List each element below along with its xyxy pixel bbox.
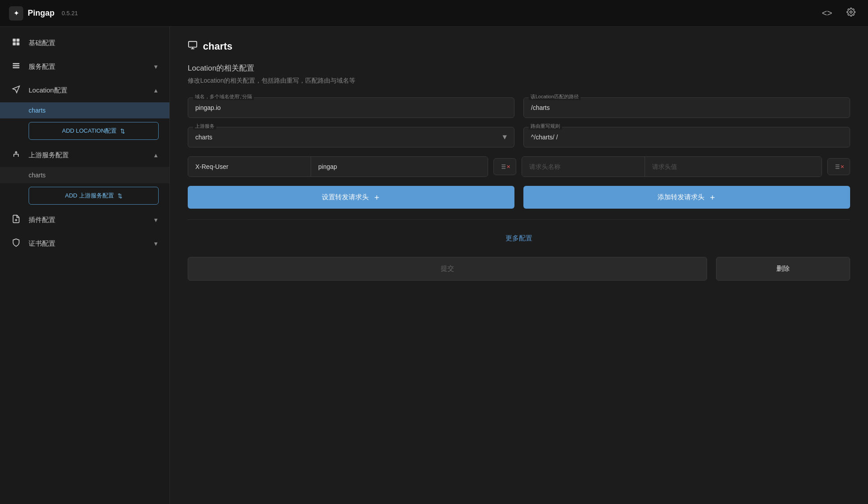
- svg-rect-6: [13, 65, 20, 67]
- content-title: charts: [203, 41, 232, 52]
- svg-rect-3: [13, 42, 16, 46]
- req-header1-value-input[interactable]: [311, 157, 488, 176]
- service-chevron-icon: ▼: [153, 63, 159, 70]
- sidebar-sub-item-charts-location[interactable]: charts: [0, 102, 169, 118]
- header-pair-1: [188, 156, 488, 177]
- more-config-link[interactable]: 更多配置: [188, 231, 850, 246]
- sidebar-item-service[interactable]: 服务配置 ▼: [0, 55, 169, 79]
- bottom-buttons-row: 提交 删除: [188, 257, 850, 281]
- upstream-field-group: 上游服务 charts ▼: [188, 127, 514, 147]
- app-name: Pingap: [28, 8, 55, 18]
- content-area: charts Location的相关配置 修改Location的相关配置，包括路…: [170, 27, 868, 504]
- path-label: 该Location匹配的路径: [529, 93, 581, 100]
- topbar: ✦ Pingap 0.5.21 <>: [0, 0, 868, 27]
- domain-input[interactable]: [188, 97, 514, 118]
- rewrite-field-group: 路由重写规则: [523, 127, 850, 147]
- upstream-select-wrapper: charts ▼: [188, 127, 514, 147]
- sidebar-item-upstream-label: 上游服务配置: [29, 151, 146, 160]
- sidebar-item-cert[interactable]: 证书配置 ▼: [0, 232, 169, 256]
- sidebar-item-cert-label: 证书配置: [29, 239, 146, 248]
- upstream-label: 上游服务: [193, 123, 216, 130]
- sidebar-sub-item-charts-upstream[interactable]: charts: [0, 167, 169, 183]
- svg-point-0: [850, 11, 852, 13]
- location-config-icon: [11, 85, 21, 96]
- svg-rect-14: [189, 42, 197, 47]
- main-layout: 基础配置 服务配置 ▼ Location配置 ▲: [0, 27, 868, 504]
- clear2-x-icon: ✕: [840, 164, 844, 170]
- app-version: 0.5.21: [62, 10, 78, 17]
- delete-button[interactable]: 删除: [716, 257, 850, 281]
- form-row-domain-path: 域名，多个域名使用','分隔 该Location匹配的路径: [188, 97, 850, 118]
- action-buttons-row: 设置转发请求头 添加转发请求头: [188, 186, 850, 209]
- set-header-button[interactable]: 设置转发请求头: [188, 186, 514, 209]
- add-location-icon: ⇅: [120, 128, 125, 134]
- settings-button[interactable]: [843, 6, 859, 21]
- sidebar: 基础配置 服务配置 ▼ Location配置 ▲: [0, 27, 170, 504]
- cert-chevron-icon: ▼: [153, 240, 159, 247]
- section-desc: 修改Location的相关配置，包括路由重写，匹配路由与域名等: [188, 77, 850, 85]
- plugin-config-icon: [11, 214, 21, 226]
- path-field-group: 该Location匹配的路径: [523, 97, 850, 118]
- add-header-button[interactable]: 添加转发请求头: [523, 186, 850, 209]
- add-upstream-button[interactable]: ADD 上游服务配置 ⇅: [29, 187, 159, 205]
- sidebar-item-location-label: Location配置: [29, 86, 146, 95]
- svg-rect-1: [13, 39, 16, 42]
- req-header1-name-input[interactable]: [188, 157, 311, 176]
- upstream-config-icon: [11, 150, 21, 161]
- add-location-button[interactable]: ADD LOCATION配置 ⇅: [29, 122, 159, 140]
- svg-rect-4: [17, 42, 20, 46]
- rewrite-label: 路由重写规则: [529, 123, 562, 130]
- req-header2-name-input[interactable]: [522, 157, 645, 176]
- domain-field-group: 域名，多个域名使用','分隔: [188, 97, 514, 118]
- upstream-chevron-icon: ▲: [153, 152, 159, 159]
- plugin-chevron-icon: ▼: [153, 217, 159, 223]
- content-title-icon: [188, 40, 198, 52]
- domain-label: 域名，多个域名使用','分隔: [193, 93, 254, 100]
- sidebar-item-plugin-label: 插件配置: [29, 216, 146, 224]
- section-label: Location的相关配置: [188, 63, 850, 73]
- upstream-select[interactable]: charts: [188, 127, 514, 147]
- sidebar-item-plugin[interactable]: 插件配置 ▼: [0, 208, 169, 232]
- cert-config-icon: [11, 238, 21, 249]
- clear-header1-button[interactable]: ✕: [493, 158, 516, 175]
- topbar-actions: <>: [818, 6, 859, 21]
- divider: [188, 219, 850, 220]
- form-row-upstream-rewrite: 上游服务 charts ▼ 路由重写规则: [188, 127, 850, 147]
- basic-config-icon: [11, 38, 21, 49]
- clear1-x-icon: ✕: [506, 164, 510, 170]
- app-icon: ✦: [9, 6, 23, 21]
- sidebar-item-basic-label: 基础配置: [29, 39, 159, 47]
- add-upstream-icon: ⇅: [118, 193, 122, 199]
- app-logo: ✦ Pingap 0.5.21: [9, 6, 78, 21]
- service-config-icon: [11, 61, 21, 72]
- header-pair-2: [522, 156, 822, 177]
- location-chevron-icon: ▲: [153, 87, 159, 94]
- sidebar-item-upstream[interactable]: 上游服务配置 ▲: [0, 143, 169, 167]
- rewrite-input[interactable]: [523, 127, 850, 147]
- sidebar-item-location[interactable]: Location配置 ▲: [0, 79, 169, 102]
- submit-button: 提交: [188, 257, 707, 281]
- content-header: charts: [188, 40, 850, 52]
- svg-rect-5: [13, 63, 20, 64]
- code-button[interactable]: <>: [818, 6, 836, 20]
- sidebar-item-service-label: 服务配置: [29, 63, 146, 71]
- headers-row: ✕ ✕: [188, 156, 850, 177]
- svg-rect-2: [17, 39, 20, 42]
- svg-rect-7: [13, 67, 20, 68]
- req-header2-value-input[interactable]: [645, 157, 822, 176]
- path-input[interactable]: [523, 97, 850, 118]
- sidebar-item-basic[interactable]: 基础配置: [0, 31, 169, 55]
- clear-header2-button[interactable]: ✕: [827, 158, 850, 175]
